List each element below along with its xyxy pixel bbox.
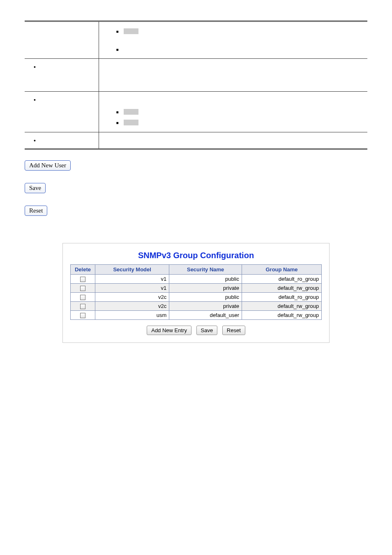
th-group-name: Group Name <box>242 265 321 275</box>
row4-left <box>25 132 99 149</box>
table-row: v2c public default_ro_group <box>71 293 322 302</box>
cell-group-name: default_rw_group <box>242 284 321 293</box>
row1-left <box>25 21 99 59</box>
gray-chip <box>124 120 138 125</box>
cell-security-model: v2c <box>95 302 169 311</box>
th-security-model: Security Model <box>95 265 169 275</box>
th-delete: Delete <box>71 265 95 275</box>
delete-checkbox[interactable] <box>80 295 85 300</box>
cell-security-name: public <box>169 293 242 302</box>
table-row: usm default_user default_rw_group <box>71 311 322 320</box>
add-new-entry-button[interactable]: Add New Entry <box>147 326 191 335</box>
bullet-item <box>30 63 94 71</box>
sq-item-1 <box>104 26 363 37</box>
bullet-item <box>30 136 94 144</box>
row4-right <box>99 132 367 149</box>
cell-group-name: default_rw_group <box>242 302 321 311</box>
row3-right <box>99 92 367 132</box>
sq-item-3 <box>104 106 363 117</box>
group-config-table: Delete Security Model Security Name Grou… <box>70 264 322 320</box>
sq-item-4 <box>104 117 363 128</box>
cell-security-model: v2c <box>95 293 169 302</box>
row2-left <box>25 59 99 92</box>
panel-title: SNMPv3 Group Configuration <box>70 251 322 260</box>
cell-group-name: default_ro_group <box>242 293 321 302</box>
sq-item-2 <box>104 45 363 54</box>
table-row: v1 private default_rw_group <box>71 284 322 293</box>
reset-button[interactable]: Reset <box>25 206 47 216</box>
cell-security-name: public <box>169 275 242 284</box>
snmpv3-group-config-panel: SNMPv3 Group Configuration Delete Securi… <box>62 243 330 343</box>
row2-right <box>99 59 367 92</box>
definitions-table <box>25 21 367 150</box>
table-row: v2c private default_rw_group <box>71 302 322 311</box>
panel-save-button[interactable]: Save <box>196 326 218 335</box>
delete-checkbox[interactable] <box>80 277 85 282</box>
cell-security-model: v1 <box>95 284 169 293</box>
gray-chip <box>124 109 138 115</box>
row3-left <box>25 92 99 132</box>
cell-security-name: private <box>169 302 242 311</box>
table-row: v1 public default_ro_group <box>71 275 322 284</box>
gray-chip <box>124 28 138 34</box>
row1-right <box>99 21 367 59</box>
delete-checkbox[interactable] <box>80 313 85 318</box>
panel-reset-button[interactable]: Reset <box>222 326 245 335</box>
add-new-user-button[interactable]: Add New User <box>25 160 71 171</box>
table-header-row: Delete Security Model Security Name Grou… <box>71 265 322 275</box>
cell-security-name: default_user <box>169 311 242 320</box>
bullet-item <box>30 96 94 104</box>
panel-button-row: Add New Entry Save Reset <box>70 326 322 335</box>
delete-checkbox[interactable] <box>80 304 85 309</box>
delete-checkbox[interactable] <box>80 286 85 291</box>
cell-security-model: usm <box>95 311 169 320</box>
save-button[interactable]: Save <box>25 183 46 193</box>
cell-security-model: v1 <box>95 275 169 284</box>
cell-group-name: default_ro_group <box>242 275 321 284</box>
cell-group-name: default_rw_group <box>242 311 321 320</box>
cell-security-name: private <box>169 284 242 293</box>
th-security-name: Security Name <box>169 265 242 275</box>
